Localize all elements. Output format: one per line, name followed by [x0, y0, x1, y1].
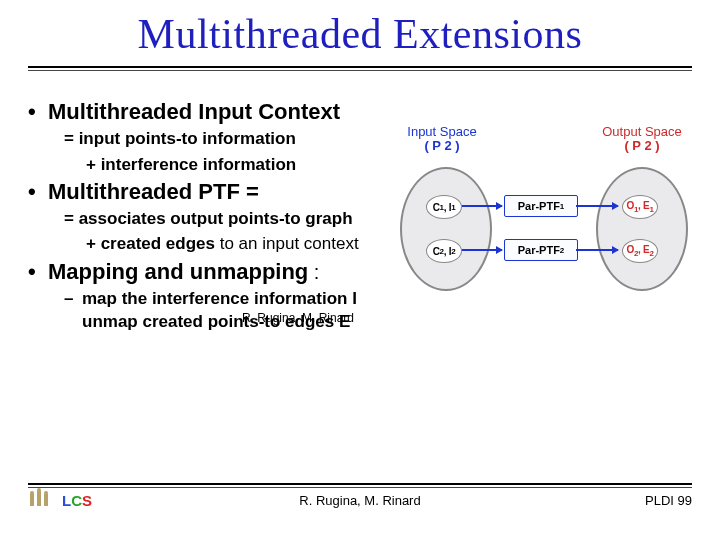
bullet-2-sub2-strong: + created edges	[86, 234, 215, 253]
node-o2: O2, E2	[622, 239, 658, 263]
bullet-3: Mapping and unmapping :	[28, 259, 398, 284]
input-ellipse	[400, 167, 492, 291]
bullet-3-dash-1: map the interference information I	[64, 288, 398, 309]
output-space-text: Output Space	[602, 124, 682, 139]
ptf-diagram: Input Space ( P 2 ) Output Space ( P 2 )…	[398, 127, 688, 307]
bullet-1-sub2: + interference information	[86, 154, 398, 175]
bullet-2: Multithreaded PTF =	[28, 179, 398, 204]
output-ellipse	[596, 167, 688, 291]
footer-center-overlay: R. Rugina, M. Rinard	[242, 311, 354, 326]
node-c1: C1, I1	[426, 195, 462, 219]
output-space-sub: ( P 2 )	[624, 138, 659, 153]
bullet-1: Multithreaded Input Context	[28, 99, 398, 124]
footer-center: R. Rugina, M. Rinard	[28, 493, 692, 508]
bullet-3-text: Mapping and unmapping	[48, 259, 308, 284]
content-row: Multithreaded Input Context = input poin…	[28, 97, 692, 334]
right-column: Input Space ( P 2 ) Output Space ( P 2 )…	[398, 97, 688, 334]
output-space-label: Output Space ( P 2 )	[592, 125, 692, 154]
arrow-1-label: Par-PTF1	[504, 195, 578, 217]
input-space-sub: ( P 2 )	[424, 138, 459, 153]
page-title: Multithreaded Extensions	[28, 10, 692, 58]
arrow-2-right	[576, 249, 618, 251]
arrow-2-label: Par-PTF2	[504, 239, 578, 261]
node-c2: C2, I2	[426, 239, 462, 263]
arrow-1-left	[462, 205, 502, 207]
arrow-2-left	[462, 249, 502, 251]
node-o1: O1, E1	[622, 195, 658, 219]
bullet-1-sub1: = input points-to information	[64, 128, 398, 149]
bullet-3-colon: :	[308, 261, 319, 283]
svg-point-4	[37, 488, 41, 492]
bullet-2-sub2: + created edges to an input context	[86, 233, 398, 254]
bullet-3-dash-2: unmap created points-to edges E R. Rugin…	[82, 311, 398, 332]
input-space-label: Input Space ( P 2 )	[392, 125, 492, 154]
arrow-1-right	[576, 205, 618, 207]
title-divider	[28, 66, 692, 71]
footer: LCS R. Rugina, M. Rinard PLDI 99	[28, 488, 692, 512]
input-space-text: Input Space	[407, 124, 476, 139]
left-column: Multithreaded Input Context = input poin…	[28, 97, 398, 334]
bullet-2-sub2-tail: to an input context	[215, 234, 359, 253]
bullet-2-sub1: = associates output points-to graph	[64, 208, 398, 229]
slide: Multithreaded Extensions Multithreaded I…	[0, 0, 720, 540]
